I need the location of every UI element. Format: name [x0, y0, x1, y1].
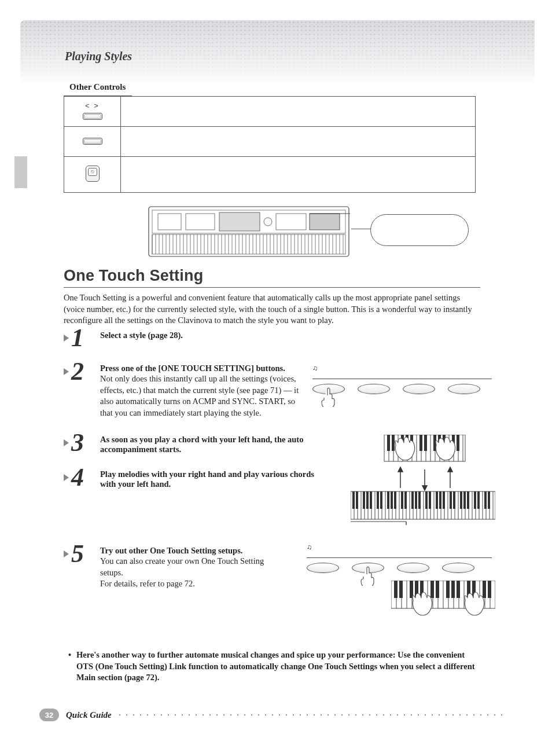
hand-pointer-icon [321, 387, 338, 407]
step-2-title: Press one of the [ONE TOUCH SETTING] but… [100, 364, 300, 373]
svg-rect-7 [310, 214, 340, 230]
note-icon: ♫ [312, 364, 318, 372]
ots-button-4-icon [448, 384, 480, 394]
svg-rect-58 [488, 491, 490, 509]
ots-button-4-icon [442, 563, 474, 573]
note-icon: ♫ [307, 543, 312, 551]
step-4-title: Play melodies with your right hand and p… [100, 469, 332, 489]
svg-rect-12 [392, 435, 395, 451]
svg-rect-72 [483, 581, 486, 598]
svg-rect-47 [436, 491, 438, 509]
svg-rect-51 [453, 491, 455, 509]
svg-rect-33 [366, 491, 369, 509]
svg-rect-53 [463, 491, 466, 509]
heading-one-touch-setting: One Touch Setting [64, 267, 480, 288]
step-4: 4 Play melodies with your right hand and… [64, 469, 486, 493]
svg-rect-38 [391, 491, 393, 509]
step-3: 3 As soon as you play a chord with your … [64, 435, 486, 458]
step-5-body-2: For details, refer to page 72. [100, 578, 279, 590]
page-footer: 32 Quick Guide [39, 709, 502, 721]
intro-paragraph: One Touch Setting is a powerful and conv… [64, 292, 483, 326]
footer-guide-label: Quick Guide [66, 710, 112, 720]
hand-pointer-icon [360, 566, 377, 586]
svg-rect-48 [439, 491, 441, 509]
svg-point-5 [264, 218, 272, 226]
side-tab-marker [14, 156, 27, 188]
svg-rect-43 [415, 491, 417, 509]
other-controls-table: Other Controls < > ⦸ [64, 80, 476, 193]
svg-rect-68 [451, 581, 455, 598]
exit-button-icon: ⦸ [86, 166, 100, 182]
section-title: Playing Styles [65, 50, 132, 63]
svg-rect-62 [410, 581, 413, 598]
ots-button-3-icon [403, 384, 435, 394]
svg-rect-46 [429, 491, 431, 509]
tip-text: Here's another way to further automate m… [76, 650, 475, 682]
svg-rect-35 [377, 491, 379, 509]
ots-button-3-icon [397, 563, 429, 573]
svg-rect-55 [474, 491, 476, 509]
ots-buttons-figure: ♫ [312, 368, 492, 394]
svg-rect-4 [219, 212, 260, 231]
svg-rect-45 [425, 491, 428, 509]
svg-rect-31 [356, 491, 358, 509]
svg-rect-39 [394, 491, 396, 509]
svg-rect-66 [436, 581, 439, 598]
tip-note: • Here's another way to further automate… [76, 649, 481, 684]
svg-rect-54 [467, 491, 469, 509]
svg-rect-73 [488, 581, 491, 598]
page-number: 32 [39, 709, 59, 721]
button-icon [83, 138, 102, 145]
step-3-title: As soon as you play a chord with your le… [100, 435, 332, 454]
table-row: < > [64, 97, 476, 127]
svg-rect-37 [387, 491, 389, 509]
svg-rect-22 [457, 435, 459, 451]
svg-rect-11 [387, 435, 390, 451]
svg-rect-32 [363, 491, 365, 509]
svg-rect-41 [404, 491, 407, 509]
svg-rect-17 [424, 435, 427, 451]
svg-rect-40 [401, 491, 403, 509]
dot-leader [116, 714, 502, 716]
table-row: ⦸ [64, 157, 476, 193]
step-5-title: Try out other One Touch Setting setups. [100, 546, 279, 556]
step-5: 5 Try out other One Touch Setting setups… [64, 546, 486, 590]
step-1: 1 Select a style (page 28). [64, 330, 486, 353]
svg-rect-8 [152, 234, 345, 254]
ots-button-2-icon [358, 384, 390, 394]
svg-rect-42 [411, 491, 414, 509]
svg-rect-36 [380, 491, 382, 509]
svg-rect-61 [399, 581, 403, 598]
step-5-body-1: You can also create your own One Touch S… [100, 556, 279, 578]
rocker-button-icon [83, 113, 102, 120]
svg-rect-67 [446, 581, 450, 598]
step-2-body: Not only does this instantly call up all… [100, 373, 300, 419]
svg-rect-29 [351, 491, 495, 519]
svg-rect-69 [457, 581, 460, 598]
step-2: 2 Press one of the [ONE TOUCH SETTING] b… [64, 364, 486, 419]
svg-rect-60 [394, 581, 398, 598]
svg-rect-30 [352, 491, 355, 509]
svg-rect-49 [443, 491, 445, 509]
step-1-title: Select a style (page 28). [100, 331, 183, 340]
two-hands-keyboard-figure [391, 581, 495, 623]
keyboard-overview-figure [148, 205, 350, 260]
ots-button-1-icon [307, 563, 339, 573]
svg-rect-57 [484, 491, 487, 509]
ots-buttons-figure-2: ♫ [307, 547, 492, 573]
svg-rect-65 [430, 581, 434, 598]
svg-rect-50 [450, 491, 452, 509]
svg-rect-16 [419, 435, 422, 451]
svg-rect-44 [418, 491, 421, 509]
svg-rect-34 [370, 491, 372, 509]
angle-label: < > [64, 101, 120, 110]
table-row [64, 127, 476, 157]
svg-rect-56 [477, 491, 480, 509]
keyboard-callout-bubble [370, 214, 469, 246]
svg-rect-52 [460, 491, 462, 509]
table-caption: Other Controls [64, 80, 132, 96]
